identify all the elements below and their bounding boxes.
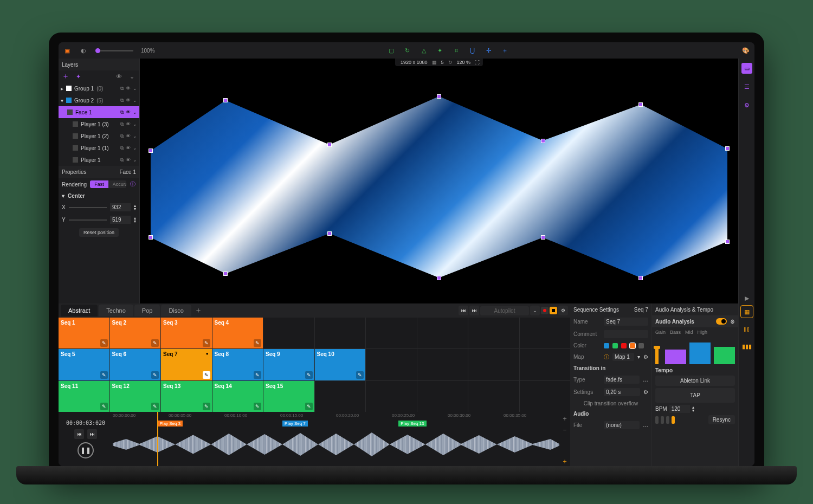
chevron-down-icon[interactable]: ⌄ <box>133 145 137 151</box>
link-icon[interactable]: ⧉ <box>120 109 124 115</box>
seq-cell-seq-1[interactable]: Seq 1✎ <box>59 318 109 348</box>
seq-tab-abstract[interactable]: Abstract <box>61 305 98 316</box>
seq-cell-seq-6[interactable]: Seq 6✎ <box>110 349 161 380</box>
seq-cell-seq-10[interactable]: Seq 10✎ <box>315 349 366 380</box>
edit-icon[interactable]: ✎ <box>254 403 261 410</box>
edit-icon[interactable]: ✎ <box>254 339 261 347</box>
more-icon[interactable]: … <box>643 377 648 383</box>
color-swatch[interactable] <box>621 343 627 348</box>
seq-cell-empty[interactable] <box>366 318 417 348</box>
seq-cell-seq-9[interactable]: Seq 9✎ <box>263 349 314 380</box>
chevron-down-icon[interactable]: ▾ <box>637 354 640 360</box>
view-zoom[interactable]: 120 % <box>455 60 473 65</box>
palette-icon[interactable]: 🎨 <box>741 46 750 55</box>
seq-cell-seq-14[interactable]: Seq 14✎ <box>212 381 263 412</box>
vertex-handle[interactable] <box>541 139 545 143</box>
seq-cell-empty[interactable] <box>417 318 468 348</box>
vertex-handle[interactable] <box>725 146 730 151</box>
tl-skip-back-button[interactable]: ⏮ <box>74 429 84 439</box>
layer-row-2[interactable]: Face 1⧉👁⌄ <box>59 106 139 118</box>
seq-cell-empty[interactable] <box>520 381 571 412</box>
y-input[interactable] <box>110 216 131 224</box>
seq-cell-seq-7[interactable]: Seq 7✎ <box>161 349 212 380</box>
rendering-segmented[interactable]: Fast Accurate <box>90 180 126 188</box>
seq-cell-seq-15[interactable]: Seq 15✎ <box>263 381 314 412</box>
add-layer-button[interactable]: ＋ <box>62 72 69 81</box>
vertex-handle[interactable] <box>541 235 545 240</box>
rail-mode-2-icon[interactable]: ☰ <box>741 81 752 92</box>
grid-mode-icon[interactable]: ▦ <box>741 306 753 318</box>
seq-cell-seq-2[interactable]: Seq 2✎ <box>110 318 161 348</box>
opacity-slider[interactable] <box>95 50 133 51</box>
seq-cell-empty[interactable] <box>366 349 417 380</box>
transform-tool-icon[interactable]: ⌗ <box>452 46 461 55</box>
sparkle-icon[interactable]: ✢ <box>485 46 493 55</box>
link-icon[interactable]: ⧉ <box>120 121 124 127</box>
edit-icon[interactable]: ✎ <box>356 371 364 379</box>
visibility-all-icon[interactable]: 👁 <box>114 72 123 81</box>
vertex-handle[interactable] <box>327 143 332 147</box>
x-input[interactable] <box>110 203 131 211</box>
levels-mode-icon[interactable]: ▮▮▮ <box>741 340 753 352</box>
rotate-tool-icon[interactable]: ↻ <box>403 46 412 55</box>
transition-duration[interactable]: 0,20 s <box>604 388 640 396</box>
project-icon[interactable]: ▣ <box>63 46 72 55</box>
layer-row-1[interactable]: ▾ Group 2(5)⧉👁⌄ <box>59 94 139 106</box>
fullscreen-icon[interactable]: ⛶ <box>475 60 480 65</box>
edit-icon[interactable]: ✎ <box>151 403 159 410</box>
analysis-toggle[interactable] <box>716 318 727 325</box>
skip-back-button[interactable]: ⏮ <box>459 306 468 315</box>
seq-cell-seq-4[interactable]: Seq 4✎ <box>212 318 263 348</box>
stepper-icon[interactable]: ▴▾ <box>692 406 694 412</box>
vertex-handle[interactable] <box>725 240 730 244</box>
eye-icon[interactable]: 👁 <box>126 145 131 151</box>
seq-cell-empty[interactable] <box>520 318 571 348</box>
more-icon[interactable]: … <box>643 422 648 428</box>
edit-icon[interactable]: ✎ <box>100 339 108 347</box>
color-swatch[interactable] <box>630 343 635 348</box>
output-icon[interactable]: ▶ <box>741 293 752 303</box>
layer-row-4[interactable]: Player 1 (2)⧉👁⌄ <box>59 130 139 142</box>
rail-mode-3-icon[interactable]: ⚙ <box>741 100 752 111</box>
waveform[interactable] <box>113 428 559 461</box>
chevron-down-icon[interactable]: ⌄ <box>133 121 137 127</box>
stepper-icon[interactable]: ▴▾ <box>134 217 136 223</box>
link-icon[interactable]: ⧉ <box>120 98 124 104</box>
chevron-down-icon[interactable]: ⌄ <box>133 133 137 139</box>
ableton-link-button[interactable]: Ableton Link <box>655 376 735 386</box>
vertex-handle[interactable] <box>149 235 153 240</box>
edit-icon[interactable]: ✎ <box>305 403 313 410</box>
rail-mode-1-icon[interactable]: ▭ <box>741 63 752 74</box>
vertex-handle[interactable] <box>149 148 153 153</box>
arm-button[interactable] <box>550 307 557 314</box>
seq-cell-seq-13[interactable]: Seq 13✎ <box>161 381 212 412</box>
vertex-handle[interactable] <box>638 276 643 280</box>
seq-cell-seq-12[interactable]: Seq 12✎ <box>110 381 161 412</box>
layer-row-6[interactable]: Player 1⧉👁⌄ <box>59 154 139 166</box>
seq-cell-empty[interactable] <box>417 349 468 380</box>
color-swatch[interactable] <box>604 343 609 348</box>
seq-cell-seq-11[interactable]: Seq 11✎ <box>59 381 109 412</box>
canvas-viewport[interactable]: 1920 x 1080 ▦ 5 ↻ 120 % ⛶ <box>140 59 738 303</box>
edit-icon[interactable]: ✎ <box>254 371 261 379</box>
autopilot-input[interactable]: Autopilot <box>480 306 529 315</box>
eye-icon[interactable]: 👁 <box>126 157 131 163</box>
gear-icon[interactable]: ⚙ <box>643 354 648 360</box>
edit-icon[interactable]: ✎ <box>305 371 313 379</box>
chevron-down-icon[interactable]: ⌄ <box>133 98 137 104</box>
mapped-surface[interactable] <box>151 80 727 282</box>
edit-icon[interactable]: ✎ <box>203 339 210 347</box>
seq-cell-empty[interactable] <box>468 318 519 348</box>
color-swatch[interactable] <box>638 343 644 348</box>
grid-size[interactable]: 5 <box>439 60 446 65</box>
zoom-in-button[interactable]: ＋ <box>562 414 568 423</box>
seq-cell-seq-3[interactable]: Seq 3✎ <box>161 318 212 348</box>
reset-position-button[interactable]: Reset position <box>79 228 119 237</box>
contrast-icon[interactable]: ◐ <box>79 46 88 55</box>
seq-tab-disco[interactable]: Disco <box>161 305 191 316</box>
seq-tab-techno[interactable]: Techno <box>99 305 133 316</box>
vertex-handle[interactable] <box>223 98 228 102</box>
edit-icon[interactable]: ✎ <box>151 371 159 379</box>
expand-all-icon[interactable]: ⌄ <box>127 72 136 81</box>
eye-icon[interactable]: 👁 <box>126 86 131 92</box>
